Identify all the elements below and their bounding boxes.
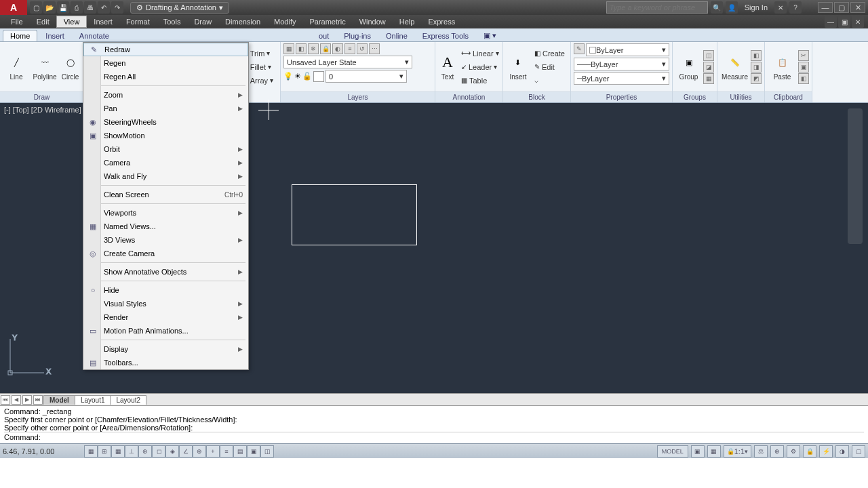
text-button[interactable]: AText — [438, 47, 457, 87]
layer-iso-icon[interactable]: ◧ — [296, 43, 307, 54]
group-edit-icon[interactable]: ◪ — [703, 62, 714, 73]
polyline-button[interactable]: 〰Polyline — [31, 47, 58, 87]
quickview-layouts-icon[interactable]: ▣ — [691, 445, 705, 458]
layer-color-icon[interactable] — [313, 71, 324, 82]
menu-item-pan[interactable]: Pan▶ — [83, 102, 248, 115]
workspace-switch-icon[interactable]: ⚙ — [787, 445, 800, 458]
menu-window[interactable]: Window — [353, 16, 393, 27]
matchprop-icon[interactable]: ◧ — [798, 73, 809, 84]
menu-modify[interactable]: Modify — [267, 16, 302, 27]
menu-parametric[interactable]: Parametric — [302, 16, 352, 27]
menu-item-show-annotative-objects[interactable]: Show Annotative Objects▶ — [83, 265, 248, 279]
menu-item-redraw[interactable]: ✎Redraw — [83, 43, 248, 56]
layer-match-icon[interactable]: ≡ — [344, 43, 355, 54]
polar-button[interactable]: ⊛ — [138, 445, 152, 458]
print-icon[interactable]: 🖶 — [84, 1, 96, 14]
menu-item-display[interactable]: Display▶ — [83, 342, 248, 356]
layer-prev-icon[interactable]: ↺ — [357, 43, 368, 54]
tab-layout2[interactable]: Layout2 — [110, 395, 146, 405]
redo-icon[interactable]: ↷ — [111, 1, 123, 14]
menu-item-3d-views[interactable]: 3D Views▶ — [83, 233, 248, 247]
layer-freeze-icon[interactable]: ❄ — [308, 43, 319, 54]
menu-item-regen[interactable]: Regen — [83, 56, 248, 70]
util2-icon[interactable]: ◨ — [751, 62, 762, 73]
viewport-label[interactable]: [-] [Top] [2D Wireframe] — [4, 106, 81, 114]
layer-more-icon[interactable]: ⋯ — [369, 43, 380, 54]
menu-dimension[interactable]: Dimension — [218, 16, 267, 27]
save-icon[interactable]: 💾 — [57, 1, 69, 14]
match-props-icon[interactable]: ✎ — [574, 43, 585, 54]
3dosnap-button[interactable]: ◈ — [165, 445, 179, 458]
menu-tools[interactable]: Tools — [157, 16, 188, 27]
signin-link[interactable]: Sign In — [741, 3, 772, 12]
panel-title-groups[interactable]: Groups — [673, 92, 717, 102]
table-button[interactable]: ▦ Table — [458, 74, 502, 87]
linear-button[interactable]: ⟷ Linear ▾ — [458, 47, 502, 60]
new-icon[interactable]: ▢ — [30, 1, 42, 14]
search-go-icon[interactable]: 🔍 — [711, 1, 723, 14]
util1-icon[interactable]: ◧ — [751, 50, 762, 61]
menu-item-render[interactable]: Render▶ — [83, 310, 248, 324]
tab-first-button[interactable]: ⏮ — [1, 395, 10, 405]
saveas-icon[interactable]: ⎙ — [71, 1, 83, 14]
group-button[interactable]: ▣Group — [675, 47, 702, 87]
model-space-button[interactable]: MODEL — [657, 445, 688, 458]
tab-next-button[interactable]: ▶ — [22, 395, 32, 405]
ducs-button[interactable]: ⊕ — [193, 445, 206, 458]
leader-button[interactable]: ↙ Leader ▾ — [458, 60, 502, 73]
layer-combo[interactable]: 0▾ — [326, 70, 407, 83]
menu-item-hide[interactable]: ○Hide — [83, 283, 248, 297]
menu-file[interactable]: File — [4, 16, 30, 27]
qp-button[interactable]: ▣ — [247, 445, 260, 458]
create-block-button[interactable]: ◧ Create — [532, 47, 568, 60]
menu-item-steeringwheels[interactable]: ◉SteeringWheels — [83, 115, 248, 129]
ungroup-icon[interactable]: ◫ — [703, 50, 714, 61]
snap-button[interactable]: ⊞ — [98, 445, 111, 458]
tab-model[interactable]: Model — [43, 395, 75, 405]
tab-annotate[interactable]: Annotate — [73, 30, 116, 41]
tpy-button[interactable]: ▤ — [233, 445, 247, 458]
util3-icon[interactable]: ◩ — [751, 73, 762, 84]
insert-block-button[interactable]: ⬇Insert — [506, 47, 530, 87]
osnap-button[interactable]: ◻ — [152, 445, 165, 458]
ortho-button[interactable]: ⊥ — [125, 445, 138, 458]
navigation-bar[interactable] — [848, 108, 863, 244]
panel-title-block[interactable]: Block — [503, 92, 570, 102]
menu-item-toolbars-[interactable]: ▤Toolbars... — [83, 356, 248, 369]
doc-minimize-button[interactable]: — — [825, 16, 837, 28]
user-icon[interactable]: 👤 — [726, 1, 738, 14]
toolbar-lock-icon[interactable]: 🔒 — [803, 445, 816, 458]
open-icon[interactable]: 📂 — [43, 1, 56, 14]
layer-props-icon[interactable]: ▦ — [283, 43, 294, 54]
tab-layout1[interactable]: Layout1 — [75, 395, 111, 405]
cmd-prompt[interactable]: Command: — [4, 432, 864, 441]
menu-item-showmotion[interactable]: ▣ShowMotion — [83, 129, 248, 142]
menu-item-visual-styles[interactable]: Visual Styles▶ — [83, 297, 248, 310]
tab-featured[interactable]: ▣ ▾ — [477, 30, 503, 41]
clean-screen-icon[interactable]: ▢ — [852, 445, 865, 458]
tab-home[interactable]: Home — [3, 30, 37, 41]
panel-title-properties[interactable]: Properties — [571, 92, 672, 102]
array-button[interactable]: Array ▾ — [248, 74, 276, 87]
panel-title-utilities[interactable]: Utilities — [717, 92, 764, 102]
menu-item-clean-screen[interactable]: Clean ScreenCtrl+0 — [83, 188, 248, 201]
anno-scale[interactable]: 🔒 1:1 ▾ — [724, 445, 751, 458]
tab-output[interactable]: out — [312, 30, 336, 41]
dyn-button[interactable]: + — [206, 445, 220, 458]
exchange-icon[interactable]: ✕ — [774, 1, 787, 14]
close-button[interactable]: ✕ — [850, 2, 865, 13]
grid-button[interactable]: ▦ — [111, 445, 125, 458]
doc-restore-button[interactable]: ▣ — [838, 16, 850, 28]
anno-auto-icon[interactable]: ⊕ — [770, 445, 784, 458]
quickview-drawings-icon[interactable]: ▦ — [707, 445, 721, 458]
trim-button[interactable]: Trim ▾ — [248, 47, 276, 60]
tab-prev-button[interactable]: ◀ — [12, 395, 21, 405]
workspace-selector[interactable]: ⚙ Drafting & Annotation ▾ — [130, 2, 229, 14]
lwt-button[interactable]: ≡ — [220, 445, 233, 458]
coordinates[interactable]: 6.46, 7.91, 0.00 — [0, 447, 81, 455]
menu-item-orbit[interactable]: Orbit▶ — [83, 142, 248, 156]
menu-help[interactable]: Help — [393, 16, 422, 27]
hardware-accel-icon[interactable]: ⚡ — [819, 445, 833, 458]
menu-edit[interactable]: Edit — [30, 16, 56, 27]
menu-express[interactable]: Express — [421, 16, 462, 27]
